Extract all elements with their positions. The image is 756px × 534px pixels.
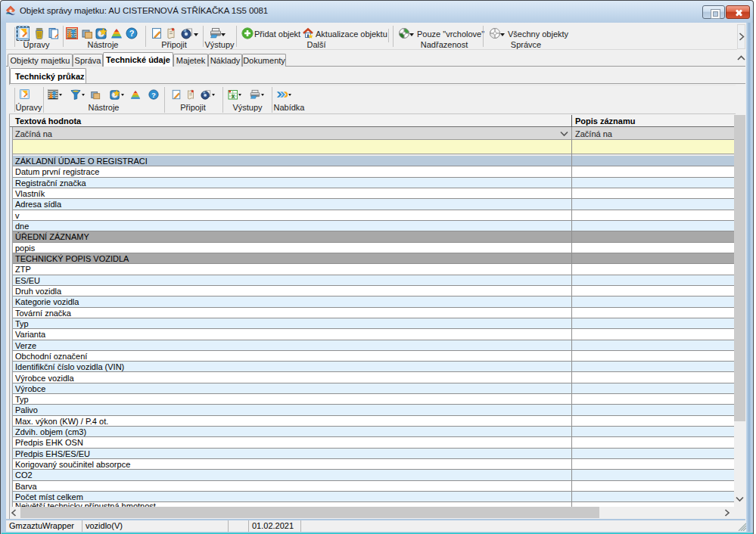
svg-text:?: ?: [129, 29, 135, 38]
svg-text:x: x: [231, 92, 235, 100]
svg-text:?: ?: [151, 91, 156, 99]
